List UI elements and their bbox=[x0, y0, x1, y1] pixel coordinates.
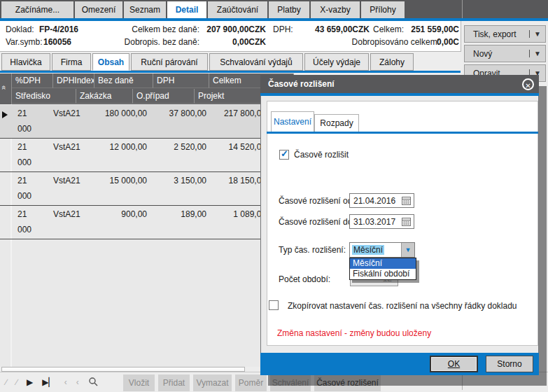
copy-to-all-rows-checkbox[interactable] bbox=[269, 300, 279, 310]
accent-line-dialog bbox=[260, 93, 539, 96]
table-row[interactable]: 21 VstA21 12 000,00 2 520,00 14 520,00 0… bbox=[0, 139, 294, 172]
calendar-icon[interactable] bbox=[402, 217, 412, 226]
cell-bez-dane: 12 000,00 bbox=[110, 142, 147, 152]
subtab-schvalovani[interactable]: Schvalování výdajů bbox=[209, 53, 303, 71]
collapse-header-button[interactable]: « bbox=[0, 74, 12, 104]
chevron-down-icon[interactable]: ▼ bbox=[529, 30, 545, 38]
close-icon[interactable]: ✕ bbox=[522, 78, 534, 90]
varsymb-value: 160056 bbox=[43, 37, 71, 47]
accrual-to-value: 31.03.2017 bbox=[350, 217, 402, 227]
cell-bez-dane: 900,00 bbox=[121, 209, 147, 219]
horizontal-scrollbar[interactable] bbox=[1, 367, 245, 372]
col-opripad[interactable]: O.případ bbox=[133, 89, 195, 104]
cell-dph: 37 800,00 bbox=[169, 108, 206, 118]
next-record-icon[interactable]: ▶ bbox=[27, 377, 33, 387]
current-row-marker-icon bbox=[2, 111, 8, 118]
document-summary: Doklad: FP-4/2016 Celkem bez daně: 207 9… bbox=[0, 21, 461, 52]
cell-dph-index: VstA21 bbox=[53, 209, 80, 219]
table-row[interactable]: 21 VstA21 180 000,00 37 800,00 217 800,0… bbox=[0, 105, 294, 139]
cell-dph: 189,00 bbox=[181, 209, 206, 219]
ratio-button[interactable]: Poměr bbox=[235, 374, 267, 391]
col-dph-index[interactable]: DPHIndex bbox=[53, 74, 94, 88]
table-header-row1: %DPH DPHIndex Bez daně DPH Celkem bbox=[0, 74, 294, 89]
new-button[interactable]: Nový ▼ bbox=[464, 45, 546, 62]
cell-stredisko: 000 bbox=[17, 124, 31, 134]
tab-platby[interactable]: Platby bbox=[269, 1, 311, 18]
main-tab-bar: Začínáme... Omezení Seznam Detail Zaúčto… bbox=[0, 0, 548, 18]
table-header-row2: Středisko Zakázka O.případ Projekt bbox=[0, 89, 294, 104]
col-dph-pct[interactable]: %DPH bbox=[12, 74, 53, 88]
tab-prilohy[interactable]: Přílohy bbox=[361, 1, 406, 18]
search-icon[interactable] bbox=[88, 377, 98, 388]
cell-stredisko: 000 bbox=[17, 158, 31, 167]
celkem-value: 251 559,00C bbox=[411, 24, 459, 34]
cell-stredisko: 000 bbox=[17, 191, 31, 201]
delete-button[interactable]: Vymazat bbox=[193, 374, 232, 391]
collapse-left-icon[interactable]: ‹ bbox=[64, 377, 67, 387]
subtab-obsah[interactable]: Obsah bbox=[92, 53, 129, 71]
doklad-label: Doklad: bbox=[6, 24, 34, 34]
print-export-button[interactable]: Tisk, export ▼ bbox=[464, 25, 546, 43]
cancel-button[interactable]: Storno bbox=[486, 356, 533, 372]
tab-detail[interactable]: Detail bbox=[167, 1, 208, 18]
col-bez-dane[interactable]: Bez daně bbox=[94, 74, 153, 88]
chevron-down-icon[interactable]: ▼ bbox=[529, 50, 545, 57]
tab-seznam[interactable]: Seznam bbox=[124, 1, 167, 18]
calendar-icon[interactable] bbox=[402, 196, 412, 205]
doklad-value: FP-4/2016 bbox=[39, 24, 78, 34]
celkem-label: Celkem: bbox=[373, 24, 404, 34]
table-row[interactable]: 21 VstA21 900,00 189,00 1 089,00 000 bbox=[0, 206, 294, 239]
subtab-hlavicka[interactable]: Hlavička bbox=[1, 53, 50, 71]
accrual-from-value: 21.04.2016 bbox=[350, 196, 402, 206]
tab-omezeni[interactable]: Omezení bbox=[75, 1, 124, 18]
cell-dph-index: VstA21 bbox=[53, 176, 80, 186]
collapse-icon[interactable]: ‹ bbox=[76, 377, 79, 387]
celkem-bez-dane-value: 207 900,00CZK bbox=[206, 24, 266, 34]
accrual-type-value: Měsíční bbox=[352, 245, 384, 255]
first-record-icon[interactable]: ∕ bbox=[6, 377, 7, 387]
cell-dph-pct: 21 bbox=[17, 142, 27, 152]
last-record-icon[interactable]: ▶▏ bbox=[42, 377, 55, 387]
accrual-type-combobox[interactable]: Měsíční ▼ bbox=[349, 242, 415, 258]
time-accrual-checkbox-label: Časově rozlišit bbox=[294, 150, 349, 160]
dialog-tab-nastaveni[interactable]: Nastavení bbox=[271, 111, 314, 132]
accrual-from-field[interactable]: 21.04.2016 bbox=[349, 193, 414, 208]
period-count-label: Počet období: bbox=[279, 274, 330, 284]
topbar-divider bbox=[462, 0, 463, 18]
settings-changed-message: Změna nastavení - změny budou uloženy bbox=[277, 328, 431, 338]
cell-dph-index: VstA21 bbox=[53, 142, 80, 152]
col-dph[interactable]: DPH bbox=[153, 74, 209, 88]
double-chevron-up-icon: « bbox=[0, 85, 8, 90]
tab-xvazby[interactable]: X-vazby bbox=[311, 1, 361, 18]
accrual-type-label: Typ čas. rozlišení: bbox=[279, 245, 346, 255]
prev-record-icon[interactable]: ∕ bbox=[16, 377, 17, 387]
accent-line-subtabs bbox=[0, 71, 461, 73]
tab-zaciname[interactable]: Začínáme... bbox=[1, 1, 75, 18]
col-zakazka[interactable]: Zakázka bbox=[76, 89, 133, 104]
dobropisovano-value: 0,00C bbox=[437, 37, 459, 47]
cell-dph-pct: 21 bbox=[17, 209, 27, 219]
subtab-ucely-vydaje[interactable]: Účely výdaje bbox=[304, 53, 369, 71]
cell-dph: 2 520,00 bbox=[174, 142, 206, 152]
time-accrual-checkbox[interactable] bbox=[279, 150, 289, 160]
ok-button[interactable]: OK bbox=[430, 356, 478, 372]
add-button[interactable]: Přidat bbox=[158, 374, 190, 391]
dropdown-option-mesicni[interactable]: Měsíční bbox=[350, 258, 416, 269]
subtab-firma[interactable]: Firma bbox=[52, 53, 91, 71]
subtab-rucni-parovani[interactable]: Ruční párování bbox=[131, 53, 208, 71]
table-row[interactable]: 21 VstA21 15 000,00 3 150,00 18 150,00 0… bbox=[0, 172, 294, 206]
col-stredisko[interactable]: Středisko bbox=[12, 89, 76, 104]
varsymb-label: Var.symb: bbox=[6, 37, 42, 47]
dropdown-option-fiskalni[interactable]: Fiskální období bbox=[350, 269, 416, 279]
dialog-title: Časové rozlišení bbox=[260, 75, 539, 93]
tab-zauctovani[interactable]: Zaúčtování bbox=[208, 1, 269, 18]
dialog-tab-rozpady[interactable]: Rozpady bbox=[314, 114, 359, 132]
subtab-zalohy[interactable]: Zálohy bbox=[370, 53, 414, 71]
approval-button[interactable]: Schválení bbox=[270, 374, 311, 391]
app-window: Začínáme... Omezení Seznam Detail Zaúčto… bbox=[0, 0, 548, 392]
print-export-label: Tisk, export bbox=[465, 29, 529, 39]
accrual-to-field[interactable]: 31.03.2017 bbox=[349, 214, 414, 229]
chevron-down-icon[interactable]: ▼ bbox=[401, 243, 414, 257]
insert-button[interactable]: Vložit bbox=[123, 374, 155, 391]
time-accrual-button[interactable]: Časové rozlišení bbox=[314, 374, 381, 391]
